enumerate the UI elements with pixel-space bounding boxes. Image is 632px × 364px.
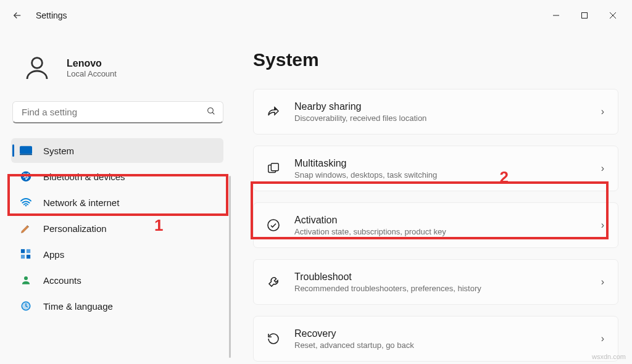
activation-icon	[265, 217, 282, 234]
sidebar-item-label: Bluetooth & devices	[43, 172, 125, 182]
settings-card-list: Nearby sharing Discoverability, received…	[253, 89, 618, 362]
card-sub: Activation state, subscriptions, product…	[294, 227, 601, 236]
svg-rect-12	[21, 255, 25, 259]
search-input[interactable]	[12, 101, 223, 123]
avatar-icon	[19, 49, 56, 86]
card-sub: Snap windows, desktops, task switching	[294, 170, 601, 180]
card-activation[interactable]: Activation Activation state, subscriptio…	[253, 202, 618, 248]
sidebar-item-system[interactable]: System	[11, 138, 223, 163]
sidebar-item-personalization[interactable]: Personalization	[11, 216, 223, 241]
card-title: Troubleshoot	[294, 271, 601, 283]
svg-rect-10	[21, 249, 25, 253]
svg-line-6	[212, 112, 214, 114]
apps-icon	[20, 248, 32, 260]
system-icon	[20, 144, 32, 157]
svg-rect-18	[271, 163, 278, 171]
chevron-right-icon: ›	[601, 106, 604, 117]
svg-point-19	[268, 220, 279, 231]
chevron-right-icon: ›	[601, 276, 604, 287]
maximize-button[interactable]	[570, 6, 599, 25]
sidebar-scrollbar[interactable]	[229, 176, 231, 358]
sidebar-item-bluetooth[interactable]: Bluetooth & devices	[11, 164, 223, 189]
maximize-icon	[581, 12, 588, 19]
close-icon	[609, 12, 617, 19]
sidebar-item-label: Time & language	[43, 301, 113, 312]
svg-rect-11	[27, 249, 30, 253]
close-button[interactable]	[599, 6, 627, 25]
sidebar: Lenovo Local Account System Bluetooth & …	[0, 31, 235, 364]
search-wrap	[12, 101, 223, 123]
chevron-right-icon: ›	[601, 333, 604, 344]
recovery-icon	[265, 330, 282, 347]
watermark: wsxdn.com	[592, 353, 626, 360]
wifi-icon	[20, 196, 32, 209]
sidebar-item-label: Accounts	[43, 275, 81, 286]
troubleshoot-icon	[265, 273, 282, 291]
card-sub: Reset, advanced startup, go back	[294, 341, 601, 350]
share-icon	[265, 103, 282, 120]
sidebar-item-apps[interactable]: Apps	[11, 242, 223, 267]
minimize-button[interactable]	[542, 6, 570, 25]
svg-rect-8	[20, 154, 32, 155]
page-title: System	[253, 49, 618, 70]
sidebar-item-time[interactable]: Time & language	[11, 294, 223, 318]
profile-name: Lenovo	[67, 58, 117, 69]
svg-rect-7	[20, 146, 32, 154]
window-controls	[542, 6, 627, 25]
bluetooth-icon	[20, 170, 32, 183]
app-title: Settings	[36, 10, 67, 20]
chevron-right-icon: ›	[601, 163, 604, 174]
main-panel: System Nearby sharing Discoverability, r…	[235, 31, 632, 364]
card-sub: Recommended troubleshooters, preferences…	[294, 284, 601, 293]
svg-rect-1	[582, 13, 588, 19]
sidebar-item-label: Personalization	[43, 223, 107, 234]
titlebar: Settings	[0, 0, 632, 31]
sidebar-item-label: Apps	[43, 249, 64, 260]
personalization-icon	[20, 222, 32, 234]
minimize-icon	[552, 12, 560, 19]
search-icon	[206, 106, 216, 118]
card-title: Nearby sharing	[294, 101, 601, 112]
svg-rect-13	[27, 255, 30, 259]
profile-sub: Local Account	[67, 69, 117, 78]
card-troubleshoot[interactable]: Troubleshoot Recommended troubleshooters…	[253, 259, 618, 305]
profile-block[interactable]: Lenovo Local Account	[11, 43, 235, 101]
sidebar-item-accounts[interactable]: Accounts	[11, 268, 223, 292]
card-title: Activation	[294, 215, 601, 226]
card-recovery[interactable]: Recovery Reset, advanced startup, go bac…	[253, 316, 618, 362]
card-title: Multitasking	[294, 158, 601, 169]
chevron-right-icon: ›	[601, 220, 604, 231]
accounts-icon	[20, 274, 32, 286]
sidebar-item-network[interactable]: Network & internet	[11, 190, 223, 215]
svg-point-5	[208, 108, 214, 114]
multitasking-icon	[265, 160, 282, 177]
time-icon	[20, 300, 32, 312]
sidebar-item-label: System	[43, 146, 74, 156]
nav-list: System Bluetooth & devices Network & int…	[11, 138, 235, 318]
card-multitasking[interactable]: Multitasking Snap windows, desktops, tas…	[253, 146, 618, 191]
svg-point-14	[24, 276, 28, 280]
svg-point-4	[32, 58, 43, 68]
sidebar-item-label: Network & internet	[43, 197, 119, 208]
card-title: Recovery	[294, 328, 601, 339]
back-arrow-icon	[12, 10, 23, 21]
back-button[interactable]	[5, 3, 30, 28]
card-nearby-sharing[interactable]: Nearby sharing Discoverability, received…	[253, 89, 618, 134]
card-sub: Discoverability, received files location	[294, 114, 601, 123]
